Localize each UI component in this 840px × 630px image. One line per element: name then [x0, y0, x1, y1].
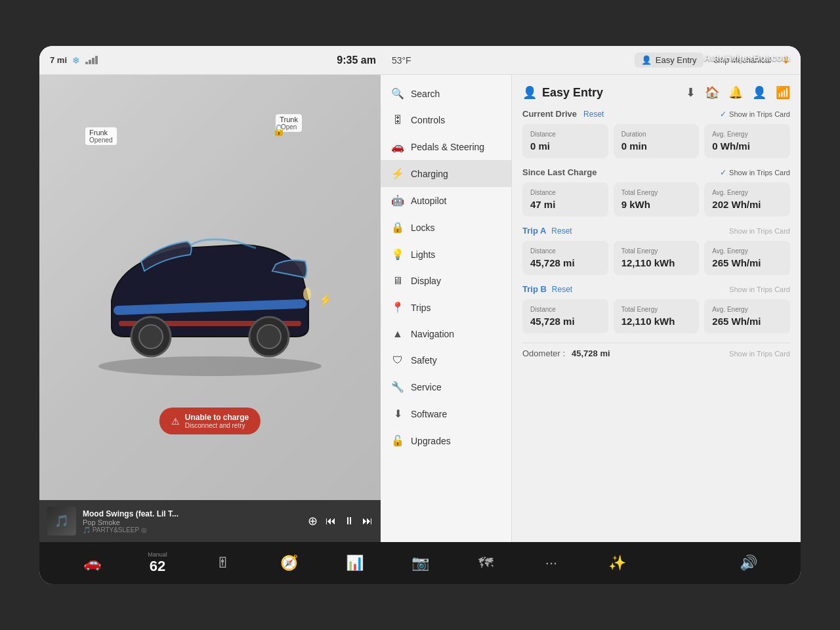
- slc-distance-card: Distance 47 mi: [522, 182, 608, 217]
- search-icon: 🔍: [391, 87, 404, 100]
- since-last-charge-title: Since Last Charge: [522, 167, 597, 177]
- track-info: Mood Swings (feat. Lil T... Pop Smoke 🎵 …: [83, 509, 301, 534]
- tesla-screen: AutoHelperBot.com 7 mi ❄ 9:35 am 53°F 👤 …: [39, 46, 801, 584]
- menu-item-navigation[interactable]: ▲ Navigation: [381, 321, 511, 347]
- odometer-value: 45,728 mi: [572, 348, 610, 358]
- taskbar: 🚗 Manual 62 🎚 🧭 📊 📷 🗺 ··· ✨: [39, 542, 801, 584]
- service-icon: 🔧: [391, 381, 404, 393]
- since-last-charge-show-trips: ✓ Show in Trips Card: [720, 168, 790, 177]
- current-drive-reset[interactable]: Reset: [583, 110, 604, 119]
- slc-energy-total-card: Total Energy 9 kWh: [614, 182, 700, 217]
- taskbar-camera[interactable]: 📷: [387, 555, 453, 572]
- taskbar-controls[interactable]: 🎚: [190, 555, 256, 572]
- alert-icon: ⚠: [171, 416, 180, 427]
- menu-item-display[interactable]: 🖥 Display: [381, 268, 511, 294]
- trip-b-distance-card: Distance 45,728 mi: [522, 299, 608, 333]
- software-label: Software: [411, 409, 447, 419]
- prev-track-button[interactable]: ⏮: [326, 515, 336, 527]
- current-distance-card: Distance 0 mi: [522, 124, 608, 158]
- download-panel-icon[interactable]: ⬇: [686, 85, 696, 100]
- person-icon: 👤: [641, 55, 652, 65]
- menu-item-controls[interactable]: 🎛 Controls: [381, 107, 511, 133]
- profile-icon[interactable]: 👤: [752, 85, 766, 100]
- menu-item-safety[interactable]: 🛡 Safety: [381, 347, 511, 373]
- trip-a-avg-energy-value: 265 Wh/mi: [712, 257, 782, 268]
- charging-icon: ⚡: [391, 167, 404, 180]
- easy-entry-button[interactable]: 👤 Easy Entry: [635, 52, 704, 68]
- menu-panel: 🔍 Search 🎛 Controls 🚗 Pedals & Steering …: [381, 75, 512, 542]
- notification-icon[interactable]: 🔔: [728, 85, 743, 100]
- menu-item-trips[interactable]: 📍 Trips: [381, 294, 511, 321]
- taskbar-apps[interactable]: ✨: [584, 555, 650, 572]
- easy-entry-label: Easy Entry: [656, 55, 697, 65]
- trip-b-stats: Distance 45,728 mi Total Energy 12,110 k…: [522, 299, 790, 333]
- range-display: 7 mi: [50, 55, 67, 65]
- home-panel-icon[interactable]: 🏠: [705, 85, 719, 100]
- trip-b-title: Trip B: [522, 284, 547, 294]
- left-panel: Frunk Opened Trunk Open 🔓: [39, 75, 381, 542]
- menu-item-charging[interactable]: ⚡ Charging: [381, 160, 511, 187]
- track-title: Mood Swings (feat. Lil T...: [83, 509, 301, 518]
- taskbar-more[interactable]: ···: [518, 555, 584, 572]
- trip-a-total-energy-value: 12,110 kWh: [621, 257, 692, 268]
- temp-display: 53°F: [392, 55, 411, 66]
- menu-item-software[interactable]: ⬇ Software: [381, 400, 511, 427]
- menu-item-locks[interactable]: 🔒 Locks: [381, 214, 511, 241]
- service-label: Service: [411, 382, 442, 392]
- slc-distance-value: 47 mi: [530, 199, 600, 210]
- play-pause-button[interactable]: ⏸: [344, 515, 354, 527]
- trips-label: Trips: [411, 303, 431, 313]
- climate-icon: ❄: [72, 55, 80, 66]
- since-last-charge-header: Since Last Charge ✓ Show in Trips Card: [522, 167, 790, 177]
- menu-item-lights[interactable]: 💡 Lights: [381, 241, 511, 268]
- upgrades-label: Upgrades: [411, 436, 451, 446]
- camera-icon: 📷: [411, 555, 429, 572]
- panel-title-text: Easy Entry: [542, 86, 603, 100]
- taskbar-car[interactable]: 🚗: [59, 555, 125, 572]
- slc-energy-total-value: 9 kWh: [621, 199, 692, 210]
- trip-b-header: Trip B Reset Show in Trips Card: [522, 284, 790, 294]
- next-track-button[interactable]: ⏭: [362, 515, 373, 527]
- current-duration-card: Duration 0 min: [614, 124, 700, 158]
- slc-avg-energy-card: Avg. Energy 202 Wh/mi: [704, 182, 790, 217]
- checkbox-checked-icon: ✓: [720, 110, 726, 119]
- upgrades-icon: 🔓: [391, 434, 404, 447]
- trip-a-reset[interactable]: Reset: [551, 226, 572, 236]
- trip-a-avg-energy-card: Avg. Energy 265 Wh/mi: [704, 241, 790, 275]
- trips-icon: 📍: [391, 301, 404, 314]
- add-icon[interactable]: ⊕: [308, 514, 318, 528]
- svg-point-4: [257, 325, 281, 348]
- taskbar-volume[interactable]: 🔊: [715, 555, 781, 572]
- main-content: Frunk Opened Trunk Open 🔓: [39, 75, 801, 542]
- album-art: 🎵: [47, 507, 76, 536]
- trunk-open-indicator: 🔓: [272, 124, 285, 136]
- menu-item-service[interactable]: 🔧 Service: [381, 373, 511, 400]
- taskbar-autopilot[interactable]: 🧭: [256, 555, 322, 572]
- menu-item-search[interactable]: 🔍 Search: [381, 80, 511, 107]
- top-bar-center: 9:35 am 53°F: [163, 54, 585, 66]
- search-label: Search: [411, 89, 440, 99]
- display-label: Display: [411, 276, 441, 286]
- menu-item-autopilot[interactable]: 🤖 Autopilot: [381, 187, 511, 214]
- trip-b-reset[interactable]: Reset: [552, 285, 572, 294]
- controls-taskbar-icon: 🎚: [216, 555, 230, 572]
- odometer-label: Odometer :: [522, 348, 565, 358]
- navigation-label: Navigation: [411, 329, 454, 339]
- trip-a-show-trips: Show in Trips Card: [729, 227, 790, 235]
- top-bar: 7 mi ❄ 9:35 am 53°F 👤 Easy Entry 8mp Mec…: [39, 46, 801, 75]
- current-energy-value: 0 Wh/mi: [712, 140, 782, 152]
- taskbar-media[interactable]: 📊: [322, 555, 387, 572]
- since-last-charge-section: Since Last Charge ✓ Show in Trips Card D…: [522, 167, 790, 217]
- person-icon-panel: 👤: [522, 85, 537, 100]
- current-drive-header: Current Drive Reset ✓ Show in Trips Card: [522, 109, 790, 119]
- trip-b-section: Trip B Reset Show in Trips Card Distance…: [522, 284, 790, 333]
- taskbar-nav[interactable]: 🗺: [453, 555, 518, 572]
- trip-b-show-trips: Show in Trips Card: [729, 285, 790, 293]
- menu-item-pedals[interactable]: 🚗 Pedals & Steering: [381, 133, 511, 160]
- trip-a-distance-value: 45,728 mi: [530, 257, 600, 268]
- autopilot-label: Autopilot: [411, 196, 446, 206]
- controls-label: Controls: [411, 115, 445, 125]
- signal-panel-icon[interactable]: 📶: [776, 85, 790, 100]
- menu-item-upgrades[interactable]: 🔓 Upgrades: [381, 427, 511, 454]
- software-icon: ⬇: [391, 408, 404, 420]
